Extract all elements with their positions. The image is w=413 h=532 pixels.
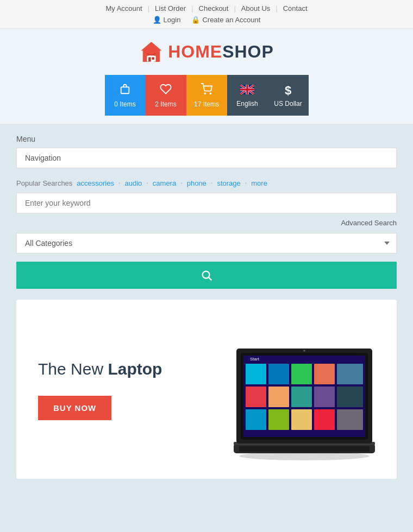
- menu-label: Menu: [16, 135, 397, 143]
- search-icon: [201, 269, 212, 281]
- currency-label: US Dollar: [274, 100, 302, 107]
- user-icon: 👤: [153, 16, 161, 24]
- svg-text:Start: Start: [250, 357, 260, 362]
- compare-count: 2 Items: [155, 100, 176, 108]
- search-audio[interactable]: audio: [125, 179, 142, 187]
- category-select[interactable]: All Categories Electronics Computers Pho…: [16, 233, 397, 254]
- cart-icon: [201, 83, 212, 98]
- svg-rect-39: [314, 364, 335, 384]
- svg-rect-43: [291, 387, 312, 407]
- navigation-bar[interactable]: Navigation: [16, 148, 397, 168]
- svg-rect-49: [314, 409, 335, 430]
- search-more[interactable]: more: [251, 179, 267, 187]
- cart-button[interactable]: 17 Items: [186, 75, 227, 116]
- top-bar-auth: 👤 Login 🔒 Create an Account: [0, 16, 413, 24]
- login-link[interactable]: 👤 Login: [153, 16, 181, 24]
- svg-rect-47: [268, 409, 289, 430]
- advanced-search-container: Advanced Search: [16, 218, 397, 227]
- search-camera[interactable]: camera: [153, 179, 176, 187]
- dot4: •: [211, 180, 213, 186]
- logo[interactable]: HOMESHOP: [0, 40, 413, 64]
- currency-button[interactable]: $ US Dollar: [268, 75, 309, 116]
- link-checkout[interactable]: Checkout: [193, 4, 234, 12]
- heart-icon: [160, 83, 172, 98]
- svg-rect-40: [337, 364, 363, 384]
- svg-point-53: [239, 452, 370, 460]
- link-my-account[interactable]: My Account: [100, 4, 147, 12]
- svg-rect-50: [337, 409, 363, 430]
- svg-rect-44: [314, 387, 335, 407]
- flag-icon: [240, 84, 254, 98]
- svg-rect-29: [239, 446, 370, 452]
- language-button[interactable]: English: [227, 75, 268, 116]
- svg-rect-46: [246, 409, 266, 430]
- svg-rect-41: [246, 387, 266, 407]
- dot1: •: [118, 180, 121, 186]
- shopping-bag-icon: [119, 83, 131, 98]
- banner: The New Laptop BUY NOW: [16, 300, 397, 479]
- svg-rect-36: [246, 364, 266, 384]
- link-list-order[interactable]: List Order: [149, 4, 191, 12]
- dot2: •: [146, 180, 148, 186]
- dot3: •: [180, 180, 183, 186]
- dot5: •: [245, 180, 247, 186]
- banner-title: The New Laptop: [38, 358, 162, 379]
- top-bar-links: My Account | List Order | Checkout | Abo…: [0, 4, 413, 12]
- main-content: Menu Navigation Popular Searches accesso…: [0, 124, 413, 490]
- header: HOMESHOP 0 Items 2 Items: [0, 29, 413, 124]
- svg-rect-34: [243, 430, 365, 437]
- wishlist-count: 0 Items: [114, 100, 135, 108]
- svg-line-9: [209, 277, 211, 280]
- svg-rect-37: [268, 364, 289, 384]
- search-button[interactable]: [16, 262, 397, 289]
- buy-now-button[interactable]: BUY NOW: [38, 396, 111, 420]
- create-account-link[interactable]: 🔒 Create an Account: [191, 16, 260, 24]
- search-phone[interactable]: phone: [187, 179, 206, 187]
- banner-text: The New Laptop BUY NOW: [16, 337, 184, 442]
- search-input[interactable]: [16, 193, 397, 213]
- svg-rect-4: [121, 87, 129, 93]
- svg-point-5: [204, 93, 205, 94]
- svg-point-52: [304, 350, 305, 351]
- logo-text: HOMESHOP: [168, 42, 274, 62]
- compare-button[interactable]: 2 Items: [146, 75, 186, 116]
- laptop-illustration: Start: [179, 300, 397, 479]
- svg-rect-45: [337, 387, 363, 407]
- popular-searches-label: Popular Searches: [16, 179, 72, 187]
- link-contact[interactable]: Contact: [278, 4, 313, 12]
- logo-icon: [139, 40, 164, 64]
- svg-rect-3: [152, 57, 155, 60]
- language-label: English: [236, 100, 258, 107]
- search-accessories[interactable]: accessories: [77, 179, 114, 187]
- svg-rect-42: [268, 387, 289, 407]
- svg-point-8: [203, 271, 210, 278]
- svg-rect-2: [148, 57, 151, 61]
- search-storage[interactable]: storage: [217, 179, 240, 187]
- svg-rect-1: [147, 56, 156, 62]
- dollar-icon: $: [285, 84, 291, 98]
- top-bar: My Account | List Order | Checkout | Abo…: [0, 0, 413, 29]
- icon-buttons: 0 Items 2 Items 17 Items: [0, 75, 413, 116]
- svg-rect-38: [291, 364, 312, 384]
- cart-count: 17 Items: [194, 100, 219, 108]
- advanced-search-link[interactable]: Advanced Search: [341, 219, 397, 227]
- lock-icon: 🔒: [191, 16, 200, 24]
- wishlist-button[interactable]: 0 Items: [105, 75, 146, 116]
- link-about-us[interactable]: About Us: [236, 4, 276, 12]
- svg-rect-48: [291, 409, 312, 430]
- svg-point-6: [210, 93, 211, 94]
- popular-searches: Popular Searches accessories • audio • c…: [16, 179, 397, 187]
